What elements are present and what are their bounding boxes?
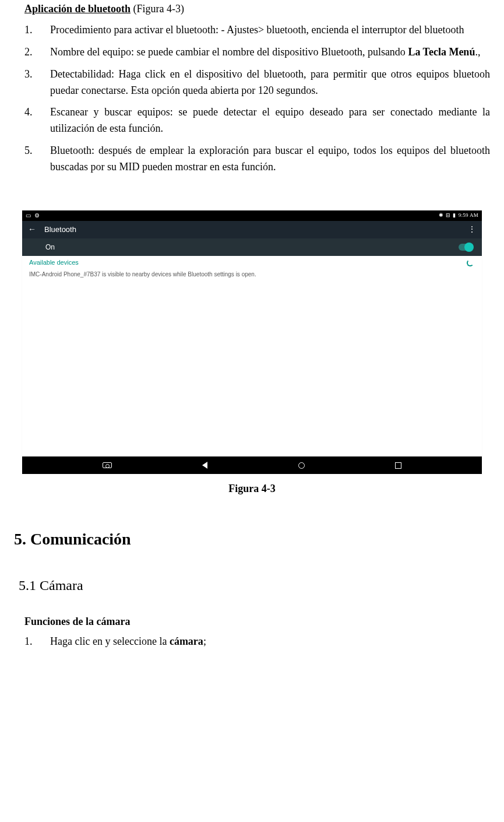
step-text-pre: Nombre del equipo: se puede cambiar el n… xyxy=(50,46,408,58)
available-devices-label: Available devices xyxy=(29,258,79,268)
bluetooth-on-row: On xyxy=(22,238,482,256)
step-1: 1. Procedimiento para activar el bluetoo… xyxy=(24,22,490,38)
overflow-menu-icon[interactable]: ⋮ xyxy=(468,223,475,236)
debug-icon: ⚙ xyxy=(34,211,40,220)
bluetooth-icon: ✱ xyxy=(439,212,443,220)
camera-step-1: 1. Haga clic en y seleccione la cámara; xyxy=(24,634,490,650)
bluetooth-toggle[interactable] xyxy=(459,244,473,251)
step-text-bold: La Tecla Menú xyxy=(408,46,475,58)
status-time: 9:59 AM xyxy=(459,212,478,220)
section-5-1-heading: 5.1 Cámara xyxy=(19,575,490,596)
step-3: 3. Detectabilidad: Haga click en el disp… xyxy=(24,66,490,99)
on-label: On xyxy=(45,242,55,253)
step-text: Bluetooth: después de emplear la explora… xyxy=(50,145,490,173)
camera-steps-list: 1. Haga clic en y seleccione la cámara; xyxy=(24,634,490,650)
signal-icon: ▮ xyxy=(453,212,456,220)
step-text-bold: cámara xyxy=(170,635,203,647)
step-4: 4. Escanear y buscar equipos: se puede d… xyxy=(24,104,490,137)
home-nav-icon[interactable] xyxy=(298,462,305,469)
step-text-pre: Haga clic en y seleccione la xyxy=(50,635,170,647)
step-text-post: ., xyxy=(475,46,480,58)
header-title: Bluetooth xyxy=(44,224,76,236)
visibility-note: IMC-Android Phone_#7B37 is visible to ne… xyxy=(22,270,482,282)
recent-nav-icon[interactable] xyxy=(395,462,401,469)
screenshot-nav-icon[interactable] xyxy=(103,462,112,468)
status-bar: ▭ ⚙ ✱ ⊟ ▮ 9:59 AM xyxy=(22,210,482,221)
step-number: 2. xyxy=(24,44,42,61)
heading-paren: (Figura 4-3) xyxy=(131,3,184,15)
back-nav-icon[interactable] xyxy=(202,462,207,469)
notification-icon: ⊟ xyxy=(446,212,450,220)
android-navbar xyxy=(22,456,482,474)
status-right: ✱ ⊟ ▮ 9:59 AM xyxy=(439,212,478,220)
bluetooth-steps-list: 1. Procedimiento para activar el bluetoo… xyxy=(24,22,490,175)
step-text-post: ; xyxy=(203,635,206,647)
heading-main: Aplicación de bluetooth xyxy=(24,3,131,15)
android-screenshot: ▭ ⚙ ✱ ⊟ ▮ 9:59 AM ← Bluetooth ⋮ On Avail… xyxy=(22,210,482,474)
step-number: 4. xyxy=(24,104,42,121)
step-number: 1. xyxy=(24,22,42,38)
step-number: 3. xyxy=(24,66,42,83)
camera-functions-heading: Funciones de la cámara xyxy=(24,614,490,630)
step-5: 5. Bluetooth: después de emplear la expl… xyxy=(24,143,490,175)
back-arrow-icon[interactable]: ← xyxy=(28,223,36,236)
step-2: 2. Nombre del equipo: se puede cambiar e… xyxy=(24,44,490,61)
step-text: Escanear y buscar equipos: se puede dete… xyxy=(50,106,490,134)
bluetooth-heading: Aplicación de bluetooth (Figura 4-3) xyxy=(24,1,490,17)
step-text: Procedimiento para activar el bluetooth:… xyxy=(50,24,464,36)
status-left: ▭ ⚙ xyxy=(26,211,40,220)
screenshot-indicator-icon: ▭ xyxy=(26,211,31,220)
step-number: 1. xyxy=(24,634,42,650)
bluetooth-settings-header: ← Bluetooth ⋮ xyxy=(22,221,482,238)
available-devices-row: Available devices xyxy=(22,256,482,270)
step-text: Detectabilidad: Haga click en el disposi… xyxy=(50,68,490,96)
section-5-heading: 5. Comunicación xyxy=(14,526,490,551)
step-number: 5. xyxy=(24,143,42,159)
figure-caption: Figura 4-3 xyxy=(14,481,490,497)
figure-block: Programa de aplicación ▭ ⚙ ✱ ⊟ ▮ 9:59 AM… xyxy=(14,210,490,474)
loading-spinner-icon xyxy=(467,259,474,266)
